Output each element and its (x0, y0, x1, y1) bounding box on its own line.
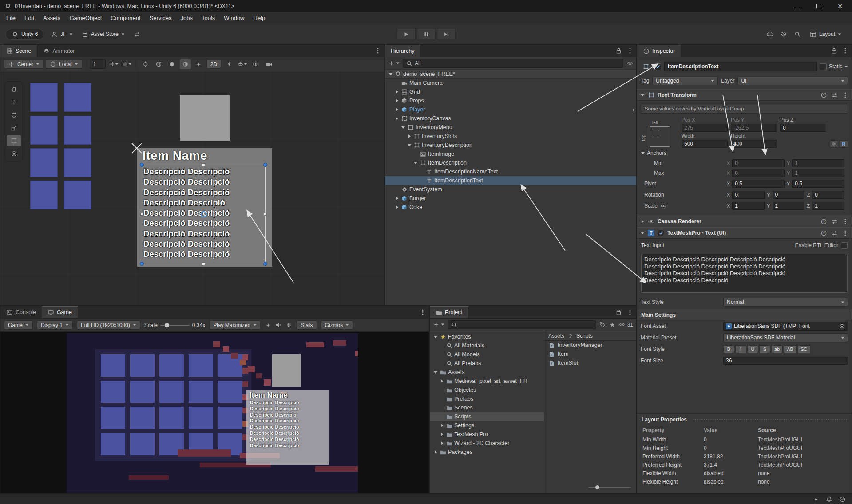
disclosure-open-icon[interactable] (433, 335, 438, 339)
tab-inspector[interactable]: Inspector (637, 45, 681, 57)
gameobject-name-field[interactable]: ItemDescriptionText (664, 62, 817, 71)
scale-z-field[interactable]: 1 (812, 202, 844, 210)
hierarchy-row-inventorydescription[interactable]: InventoryDescription (385, 141, 636, 150)
disclosure-closed-icon[interactable] (440, 423, 444, 428)
scene-viewport[interactable]: Item Name Descripció DescripcióDescripci… (0, 71, 384, 305)
wire-mode-button[interactable] (180, 59, 191, 69)
help-icon[interactable]: ? (820, 218, 827, 225)
tag-dropdown[interactable]: Untagged (652, 76, 718, 85)
mute-audio-icon[interactable] (275, 322, 282, 328)
tab-project[interactable]: Project (430, 306, 468, 318)
tab-console[interactable]: Console (0, 306, 42, 318)
scale-slider[interactable]: Scale 0.34x (144, 322, 205, 328)
disclosure-closed-icon[interactable] (440, 379, 444, 383)
project-tree-item-textmesh-pro[interactable]: TextMesh Pro (430, 430, 544, 439)
hierarchy-row-demo_scene_free-[interactable]: demo_scene_FREE* (385, 70, 636, 79)
foldout-closed-icon[interactable] (640, 219, 645, 224)
play-button[interactable] (397, 28, 416, 40)
project-tree-item-settings[interactable]: Settings (430, 421, 544, 430)
lock-icon[interactable] (615, 47, 622, 54)
account-dropdown[interactable]: JF (49, 29, 74, 39)
project-tree-item-scripts[interactable]: Scripts (430, 412, 544, 421)
component-menu-icon[interactable] (842, 92, 848, 98)
hierarchy-row-coke[interactable]: Coke (385, 203, 636, 212)
maximize-button[interactable] (816, 3, 822, 10)
scale-slider-track[interactable] (160, 325, 190, 326)
gizmos-dropdown[interactable]: Gizmos (321, 320, 353, 330)
help-icon[interactable]: ? (820, 92, 827, 98)
font-style-sc-button[interactable]: SC (797, 345, 810, 353)
disclosure-open-icon[interactable] (395, 116, 399, 121)
aspect-grid-icon[interactable] (286, 322, 293, 328)
grid-size-field[interactable]: 1 (90, 59, 106, 69)
help-icon[interactable]: ? (820, 230, 827, 236)
tool-handle-pivot-dropdown[interactable]: Center (4, 59, 44, 69)
static-checkbox[interactable] (820, 63, 827, 70)
project-tree-item-all-prefabs[interactable]: All Prefabs (430, 359, 544, 368)
menu-window[interactable]: Window (219, 12, 249, 24)
main-settings-band[interactable]: Main Settings (637, 310, 852, 320)
shaded-mode-button[interactable] (166, 59, 178, 69)
raw-edit-mode-button[interactable]: R (840, 140, 848, 148)
scale-tool-button[interactable] (7, 122, 21, 134)
scene-camera-button[interactable] (263, 59, 274, 69)
active-checkbox[interactable] (654, 63, 661, 70)
breadcrumb-current[interactable]: Scripts (576, 333, 593, 339)
hierarchy-row-grid[interactable]: Grid (385, 87, 636, 96)
scene-menu-icon[interactable] (374, 47, 381, 54)
pos-z-field[interactable]: 0 (780, 124, 826, 132)
pivot-x-field[interactable]: 0.5 (732, 180, 785, 188)
hierarchy-row-player[interactable]: Player› (385, 105, 636, 114)
blueprint-mode-button[interactable] (830, 140, 838, 148)
tmp-text-area[interactable]: Descripció Descripció Descripció Descrip… (641, 254, 848, 293)
disclosure-open-icon[interactable] (413, 161, 418, 165)
project-menu-icon[interactable] (626, 309, 633, 315)
cloud-services-icon[interactable] (767, 31, 773, 38)
presets-icon[interactable] (831, 92, 838, 98)
pivot-handle[interactable] (201, 211, 207, 217)
grid-snap-button[interactable] (108, 59, 119, 69)
font-style-ab-button[interactable]: ab (771, 345, 783, 353)
anchors-foldout-icon[interactable] (641, 151, 645, 155)
tab-game[interactable]: Game (42, 306, 78, 318)
disclosure-closed-icon[interactable] (407, 134, 412, 138)
font-size-field[interactable]: 36 (723, 357, 848, 365)
menu-services[interactable]: Services (145, 12, 176, 24)
project-search-input[interactable] (448, 320, 596, 329)
component-menu-icon[interactable] (842, 230, 848, 236)
rotation-x-field[interactable]: 0 (732, 191, 765, 199)
close-button[interactable]: ✕ (837, 3, 843, 10)
scene-layers-button[interactable] (237, 59, 248, 69)
step-button[interactable] (437, 28, 456, 40)
pos-x-field[interactable]: 275 (682, 124, 728, 132)
selection-edge-handle[interactable] (264, 213, 267, 216)
font-style-ab-button[interactable]: AB (784, 345, 797, 353)
pivot-y-field[interactable]: 0.5 (792, 180, 844, 188)
move-tool-button[interactable] (7, 96, 21, 108)
height-field[interactable]: 400 (731, 140, 777, 148)
prefab-open-arrow-icon[interactable]: › (632, 105, 634, 114)
font-asset-field[interactable]: F LiberationSans SDF (TMP_Font (723, 322, 848, 331)
search-icon[interactable] (794, 31, 801, 38)
gizmo-center-button[interactable] (140, 59, 151, 69)
foldout-open-icon[interactable] (640, 231, 645, 235)
pause-button[interactable] (417, 28, 436, 40)
tab-hierarchy[interactable]: Hierarchy (385, 45, 421, 57)
version-control-button[interactable] (132, 29, 142, 39)
inspector-menu-icon[interactable] (842, 47, 848, 54)
menu-component[interactable]: Component (106, 12, 145, 24)
resolution-dropdown[interactable]: Full HD (1920x1080) (77, 320, 140, 330)
project-tree-item-prefabs[interactable]: Prefabs (430, 394, 544, 403)
transform-tool-button[interactable] (7, 148, 21, 159)
menu-edit[interactable]: Edit (20, 12, 39, 24)
hierarchy-row-main-camera[interactable]: Main Camera (385, 79, 636, 87)
burst-status-icon[interactable] (812, 496, 819, 503)
project-tree-item-scenes[interactable]: Scenes (430, 403, 544, 412)
tool-handle-rotation-dropdown[interactable]: Local (46, 59, 82, 69)
disclosure-open-icon[interactable] (401, 125, 405, 130)
background-tasks-icon[interactable] (839, 496, 846, 503)
disclosure-closed-icon[interactable] (395, 98, 399, 103)
disclosure-open-icon[interactable] (433, 370, 438, 374)
scene-visibility-toggle-icon[interactable] (626, 60, 633, 67)
presets-icon[interactable] (831, 230, 838, 236)
